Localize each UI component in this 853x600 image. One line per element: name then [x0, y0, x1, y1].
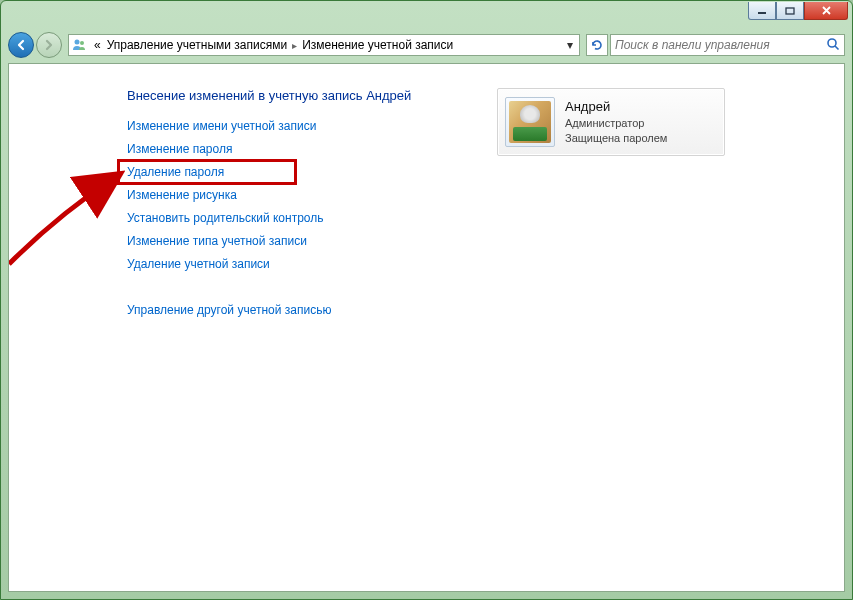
link-change-password[interactable]: Изменение пароля — [127, 142, 467, 156]
svg-point-2 — [75, 40, 80, 45]
search-bar[interactable] — [610, 34, 845, 56]
chevron-right-icon[interactable]: ▸ — [290, 40, 299, 51]
window-controls — [748, 2, 848, 20]
close-button[interactable] — [804, 2, 848, 20]
options-column: Внесение изменений в учетную запись Андр… — [127, 88, 467, 317]
refresh-button[interactable] — [586, 34, 608, 56]
link-delete-account[interactable]: Удаление учетной записи — [127, 257, 467, 271]
page-title: Внесение изменений в учетную запись Андр… — [127, 88, 467, 103]
titlebar — [1, 1, 852, 29]
minimize-button[interactable] — [748, 2, 776, 20]
account-name: Андрей — [565, 98, 667, 116]
svg-point-3 — [80, 41, 84, 45]
address-dropdown-icon[interactable]: ▾ — [563, 38, 577, 52]
search-input[interactable] — [615, 38, 826, 52]
account-status: Защищена паролем — [565, 131, 667, 146]
content-area: Внесение изменений в учетную запись Андр… — [8, 63, 845, 592]
action-links: Изменение имени учетной записи Изменение… — [127, 119, 467, 317]
link-rename-account[interactable]: Изменение имени учетной записи — [127, 119, 467, 133]
avatar-frame — [505, 97, 555, 147]
nav-back-button[interactable] — [8, 32, 34, 58]
svg-point-4 — [828, 39, 836, 47]
nav-forward-button[interactable] — [36, 32, 62, 58]
search-icon[interactable] — [826, 37, 840, 54]
link-delete-password[interactable]: Удаление пароля — [127, 165, 224, 179]
maximize-button[interactable] — [776, 2, 804, 20]
link-change-type[interactable]: Изменение типа учетной записи — [127, 234, 467, 248]
breadcrumb-prefix[interactable]: « — [91, 35, 104, 55]
link-parental-controls[interactable]: Установить родительский контроль — [127, 211, 467, 225]
link-manage-other[interactable]: Управление другой учетной записью — [127, 303, 467, 317]
window-frame: « Управление учетными записями ▸ Изменен… — [0, 0, 853, 600]
users-icon — [71, 37, 87, 53]
avatar-icon — [509, 101, 551, 143]
link-delete-password-wrapper: Удаление пароля — [127, 165, 467, 179]
account-info: Андрей Администратор Защищена паролем — [565, 98, 667, 145]
toolbar: « Управление учетными записями ▸ Изменен… — [8, 29, 845, 61]
account-role: Администратор — [565, 116, 667, 131]
breadcrumb-seg-2[interactable]: Изменение учетной записи — [299, 35, 456, 55]
svg-rect-1 — [786, 8, 794, 14]
account-card: Андрей Администратор Защищена паролем — [497, 88, 725, 156]
address-bar[interactable]: « Управление учетными записями ▸ Изменен… — [68, 34, 580, 56]
svg-rect-0 — [758, 12, 766, 14]
link-change-picture[interactable]: Изменение рисунка — [127, 188, 467, 202]
breadcrumb-seg-1[interactable]: Управление учетными записями — [104, 35, 290, 55]
